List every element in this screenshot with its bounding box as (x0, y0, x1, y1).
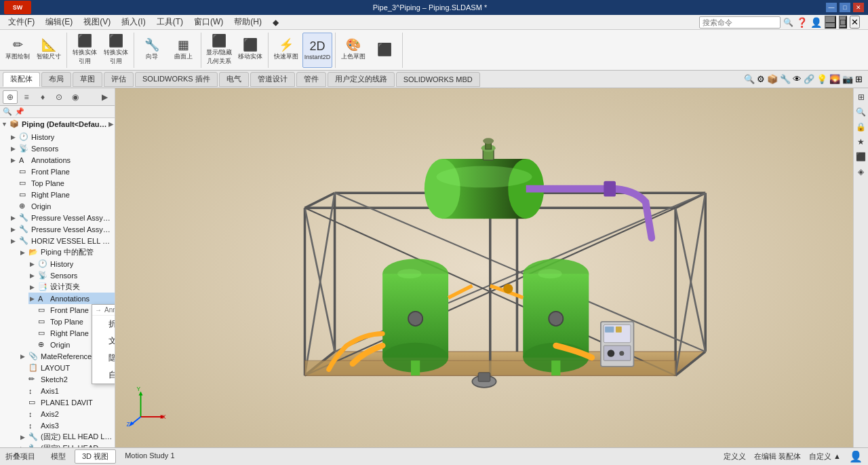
tree-item-pressvessel2[interactable]: ▶🔧Pressure Vessel Assy<2: (9, 223, 115, 235)
right-icon-1[interactable]: ⊞ (855, 91, 867, 103)
tree-icon-axis3: ↕ (28, 422, 39, 430)
panel-tab-search[interactable]: ⊙ (52, 90, 66, 104)
ctx-item-1[interactable]: 文档属性... (G) (92, 333, 115, 350)
right-icon-4[interactable]: ★ (855, 136, 867, 148)
light-icon[interactable]: 💡 (816, 74, 827, 84)
tree-item-topplane[interactable]: ▭Top Plane (9, 177, 115, 189)
component-icon[interactable]: 🔧 (780, 74, 791, 84)
tree-item-ellhead2[interactable]: ▶🔧(固定) ELL HEAD RE-0 (19, 443, 115, 447)
search2-icon[interactable]: 🔍 (744, 74, 755, 84)
panel-tab-props[interactable]: ≡ (19, 90, 34, 104)
right-icon-5[interactable]: ⬛ (855, 151, 867, 163)
tree-item-history1[interactable]: ▶🕐History (9, 131, 115, 143)
status-tab-0[interactable]: 模型 (43, 449, 73, 464)
tree-pin-icon[interactable]: 📌 (15, 107, 24, 116)
tab-0[interactable]: 装配体 (3, 72, 40, 87)
close2-button[interactable]: ✕ (850, 16, 860, 29)
menu-item-2[interactable]: 视图(V) (78, 15, 116, 29)
search-input[interactable] (699, 16, 781, 29)
expand-icon[interactable]: ⊞ (855, 74, 863, 84)
tab-6[interactable]: 管道设计 (250, 72, 295, 87)
maximize-button[interactable]: □ (840, 3, 850, 12)
tree-search-icon[interactable]: 🔍 (3, 107, 12, 116)
tab-3[interactable]: 评估 (104, 72, 134, 87)
mate-icon[interactable]: 🔗 (804, 74, 814, 84)
panel-expand-btn[interactable]: ▶ (97, 90, 112, 104)
tree-item-axis1[interactable]: ↕Axis1 (19, 385, 115, 396)
menu-item-5[interactable]: 窗口(W) (189, 15, 229, 29)
tree-item-ellhead1[interactable]: ▶🔧(固定) ELL HEAD LE-0 (19, 431, 115, 443)
filter-icon[interactable]: ⚙ (757, 74, 765, 84)
tree-item-frontplane[interactable]: ▭Front Plane (9, 166, 115, 177)
menu-item-1[interactable]: 编辑(E) (40, 15, 78, 29)
ctx-item-2[interactable]: 隐藏/显示树项目... (H) (92, 350, 115, 367)
tree-item-plane1davit[interactable]: ▭PLANE1 DAVIT (19, 396, 115, 408)
tree-item-annotations2[interactable]: ▶AAnnotations (28, 293, 115, 304)
viewport[interactable]: Y X Z (115, 88, 853, 447)
max2-button[interactable]: □ (839, 16, 847, 29)
shade-btn[interactable]: 🎨 上色草图 (338, 33, 368, 68)
ctx-item-3[interactable]: 自定义菜单(M) (92, 367, 115, 384)
tree-item-sensors[interactable]: ▶📡Sensors (9, 143, 115, 154)
close-button[interactable]: ✕ (853, 3, 864, 12)
panel-tab-extra[interactable]: ◉ (68, 90, 83, 104)
right-icon-3[interactable]: 🔒 (855, 121, 867, 133)
tree-item-annotations[interactable]: ▶AAnnotations (9, 154, 115, 166)
right-icon-6[interactable]: ◈ (855, 166, 867, 178)
ctx-item-0[interactable]: 折叠项目 (F) (92, 316, 115, 333)
status-tab-2[interactable]: Motion Study 1 (117, 449, 182, 464)
tab-9[interactable]: SOLIDWORKS MBD (396, 72, 480, 87)
menu-item-3[interactable]: 插入(I) (116, 15, 151, 29)
view3d-icon[interactable]: 📦 (767, 74, 778, 84)
tree-root[interactable]: ▼ 📦 Piping (Default<Default>) ▶ (0, 118, 115, 130)
min2-button[interactable]: — (825, 16, 836, 29)
instant2d-btn[interactable]: 2D Instant2D (302, 33, 332, 68)
right-icon-2[interactable]: 🔍 (855, 106, 867, 118)
tab-1[interactable]: 布局 (41, 72, 71, 87)
surface-btn[interactable]: ▦ 曲面上 (168, 33, 198, 68)
tree-item-design_tabs[interactable]: ▶📑设计页夹 (28, 281, 115, 293)
extra-btn[interactable]: ⬛ (370, 33, 399, 68)
quicksketch-btn[interactable]: ⚡ 快速草图 (271, 33, 301, 68)
tree-item-horizvessel[interactable]: ▶🔧HORIZ VESSEL ELL HEAD (9, 235, 115, 246)
user-icon[interactable]: 👤 (810, 17, 822, 28)
wizard-btn[interactable]: 🔧 向导 (137, 33, 167, 68)
tree-item-piping_sub[interactable]: ▶📂Piping 中的配管 (19, 246, 115, 258)
menu-item-0[interactable]: 文件(F) (3, 15, 40, 29)
menu-item-6[interactable]: 帮助(H) (229, 15, 267, 29)
tab-5[interactable]: 电气 (219, 72, 249, 87)
status-custom[interactable]: 自定义 ▲ (809, 451, 841, 462)
convert-btn[interactable]: ⬛ 转换实体引用 (70, 33, 100, 68)
menu-item-4[interactable]: 工具(T) (151, 15, 189, 29)
tab-8[interactable]: 用户定义的线路 (328, 72, 395, 87)
status-tab-1[interactable]: 3D 视图 (75, 449, 116, 464)
sketch-tool-btn[interactable]: ✏ 草图绘制 (3, 33, 33, 68)
help-icon[interactable]: ❓ (796, 17, 808, 28)
realsolid-btn[interactable]: ⬛ 转换实体引用 (101, 33, 131, 68)
move-btn[interactable]: ⬛ 移动实体 (235, 33, 265, 68)
tab-7[interactable]: 管件 (296, 72, 326, 87)
panel-tab-config[interactable]: ♦ (35, 90, 50, 104)
relations-btn[interactable]: ⬛ 显示/隐藏几何关系 (204, 33, 234, 68)
display-icon[interactable]: 👁 (793, 74, 802, 84)
dimension-btn[interactable]: 📐 智能尺寸 (34, 33, 64, 68)
tree-item-pressvessel1[interactable]: ▶🔧Pressure Vessel Assy<1: (9, 212, 115, 223)
svg-point-50 (483, 138, 494, 144)
tree-item-sensors2[interactable]: ▶📡Sensors (28, 269, 115, 281)
tree-arrow-sensors: ▶ (11, 145, 19, 152)
tree-label-piping_sub: Piping 中的配管 (41, 247, 94, 257)
tree-item-rightplane[interactable]: ▭Right Plane (9, 189, 115, 200)
tree-item-axis3[interactable]: ↕Axis3 (19, 420, 115, 431)
tree-icon-frontplane: ▭ (19, 167, 30, 176)
user-avatar[interactable]: 👤 (849, 450, 863, 463)
tab-2[interactable]: 草图 (73, 72, 102, 87)
tree-item-origin[interactable]: ⊕Origin (9, 200, 115, 212)
camera-icon[interactable]: 📷 (842, 74, 853, 84)
minimize-button[interactable]: — (826, 3, 837, 12)
scene-icon[interactable]: 🌄 (829, 74, 840, 84)
panel-tab-tree[interactable]: ⊕ (3, 90, 18, 104)
tab-4[interactable]: SOLIDWORKS 插件 (135, 72, 218, 87)
tree-item-history2[interactable]: ▶🕐History (28, 258, 115, 269)
menu-item-7[interactable]: ◆ (267, 16, 284, 29)
tree-item-axis2[interactable]: ↕Axis2 (19, 408, 115, 420)
